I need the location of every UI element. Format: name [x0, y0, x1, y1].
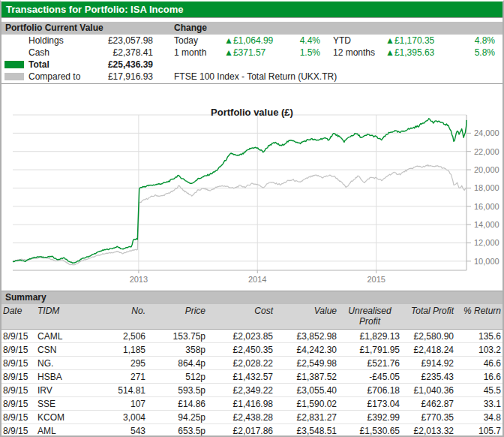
table-cell: £1,590.02	[274, 397, 338, 411]
portfolio-current-value-header: Portfolio Current Value	[2, 23, 104, 33]
table-cell: £2,023.85	[207, 330, 274, 343]
summary-table-header-row: Date TIDM No. Price Cost Value Unrealise…	[2, 304, 502, 330]
window-title-bar: Transactions for Portfolio: ISA Income	[2, 2, 502, 17]
table-cell: £1,530.65	[338, 424, 401, 437]
svg-text:18,000: 18,000	[474, 183, 500, 192]
table-cell: £3,055.40	[274, 384, 338, 397]
overview-section: Holdings £23,057.98 Cash £2,378.41 Total…	[2, 35, 502, 83]
change-ytd-label: YTD	[333, 35, 384, 47]
col-header-tidm[interactable]: TIDM	[36, 304, 111, 330]
table-cell: CAML	[36, 330, 111, 343]
col-header-date[interactable]: Date	[2, 304, 36, 330]
table-cell: £462.87	[401, 397, 455, 411]
table-cell: £521.76	[338, 357, 401, 370]
table-cell: £173.04	[338, 397, 401, 411]
table-cell: 8/9/15	[2, 397, 36, 411]
table-cell: £2,028.22	[207, 357, 274, 370]
table-cell: 8/9/15	[2, 411, 36, 424]
table-row[interactable]: 8/9/15SSE107£14.86£1,416.98£1,590.02£173…	[2, 397, 502, 411]
index-series-swatch	[4, 73, 24, 80]
change-1month-label: 1 month	[174, 47, 222, 59]
table-row[interactable]: 8/9/15CSN1,185358p£2,450.35£4,242.30£1,7…	[2, 343, 502, 357]
table-cell: £14.86	[147, 397, 207, 411]
table-cell: 514.81	[111, 384, 147, 397]
change-ytd-pct: 4.8%	[459, 35, 495, 47]
table-cell: 358p	[147, 343, 207, 357]
table-cell: AML	[36, 424, 111, 437]
table-cell: 1,185	[111, 343, 147, 357]
table-cell: £3,852.98	[274, 330, 338, 343]
table-row[interactable]: 8/9/15IRV514.81593.5p£2,349.22£3,055.40£…	[2, 384, 502, 397]
table-cell: 153.75p	[147, 330, 207, 343]
cash-value: £2,378.41	[80, 47, 153, 59]
table-cell: 105.7	[455, 424, 502, 437]
table-cell: 653.5p	[147, 424, 207, 437]
col-header-no[interactable]: No.	[111, 304, 147, 330]
table-row[interactable]: 8/9/15AML543653.5p£2,017.86£3,548.51£1,5…	[2, 424, 502, 437]
table-cell: £235.43	[401, 370, 455, 384]
table-cell: -£45.05	[338, 370, 401, 384]
benchmark-name: FTSE 100 Index - Total Return (UKX.TR)	[174, 71, 337, 83]
change-header: Change	[174, 22, 207, 35]
table-cell: 8/9/15	[2, 357, 36, 370]
table-row[interactable]: 8/9/15NG.295864.4p£2,028.22£2,549.98£521…	[2, 357, 502, 370]
change-today-label: Today	[174, 35, 222, 47]
chart-title: Portfolio value (£)	[2, 107, 502, 118]
summary-table-body: 8/9/15CAML2,506153.75p£2,023.85£3,852.98…	[2, 330, 502, 437]
col-header-total-profit[interactable]: Total Profit	[401, 304, 455, 330]
table-cell: 8/9/15	[2, 343, 36, 357]
table-cell: £3,548.51	[274, 424, 338, 437]
summary-header-bar: Summary	[2, 291, 502, 304]
table-cell: 34.8	[455, 411, 502, 424]
table-row[interactable]: 8/9/15KCOM3,00494.25p£2,438.28£2,831.27£…	[2, 411, 502, 424]
compared-to-row: Compared to £17,916.93	[2, 71, 155, 83]
svg-text:16,000: 16,000	[474, 202, 500, 211]
table-cell: £2,831.27	[274, 411, 338, 424]
table-cell: £706.18	[338, 384, 401, 397]
change-today-pct: 4.4%	[279, 35, 320, 47]
table-cell: IRV	[36, 384, 111, 397]
compared-to-value: £17,916.93	[80, 71, 153, 83]
table-row[interactable]: 8/9/15CAML2,506153.75p£2,023.85£3,852.98…	[2, 330, 502, 343]
portfolio-series-swatch	[4, 61, 24, 68]
col-header-unrealised-profit[interactable]: Unrealised Profit	[338, 304, 401, 330]
svg-text:22,000: 22,000	[474, 147, 500, 156]
table-cell: £2,549.98	[274, 357, 338, 370]
svg-text:20,000: 20,000	[474, 165, 500, 174]
summary-title: Summary	[5, 292, 46, 303]
cash-row: Cash £2,378.41	[2, 47, 155, 59]
col-header-value[interactable]: Value	[274, 304, 338, 330]
svg-text:10,000: 10,000	[474, 257, 500, 266]
overview-header-bar: Portfolio Current Value Change	[2, 22, 502, 35]
table-cell: 8/9/15	[2, 424, 36, 437]
svg-text:2014: 2014	[248, 275, 266, 284]
table-cell: 45.5	[455, 384, 502, 397]
table-cell: 271	[111, 370, 147, 384]
window-title: Transactions for Portfolio: ISA Income	[6, 4, 183, 15]
portfolio-window: Transactions for Portfolio: ISA Income P…	[0, 0, 504, 437]
svg-text:2015: 2015	[367, 275, 385, 284]
svg-text:24,000: 24,000	[474, 128, 500, 137]
col-header-cost[interactable]: Cost	[207, 304, 274, 330]
table-row[interactable]: 8/9/15HSBA271512p£1,432.57£1,387.52-£45.…	[2, 370, 502, 384]
total-label: Total	[28, 59, 50, 71]
table-cell: £1,040.36	[401, 384, 455, 397]
table-cell: 543	[111, 424, 147, 437]
table-cell: SSE	[36, 397, 111, 411]
table-cell: £2,450.35	[207, 343, 274, 357]
total-row: Total £25,436.39	[2, 59, 155, 71]
table-cell: 46.6	[455, 357, 502, 370]
table-cell: 8/9/15	[2, 384, 36, 397]
table-cell: 16.6	[455, 370, 502, 384]
table-cell: £2,349.22	[207, 384, 274, 397]
table-cell: 33.1	[455, 397, 502, 411]
table-cell: £4,242.30	[274, 343, 338, 357]
col-header-price[interactable]: Price	[147, 304, 207, 330]
change-12months-pct: 5.8%	[459, 47, 495, 59]
holdings-label: Holdings	[28, 35, 64, 47]
table-cell: 8/9/15	[2, 370, 36, 384]
table-cell: £1,791.95	[338, 343, 401, 357]
portfolio-value-chart: 10,00012,00014,00016,00018,00020,00022,0…	[2, 84, 502, 291]
table-cell: KCOM	[36, 411, 111, 424]
col-header-pct-return[interactable]: % Return	[455, 304, 502, 330]
